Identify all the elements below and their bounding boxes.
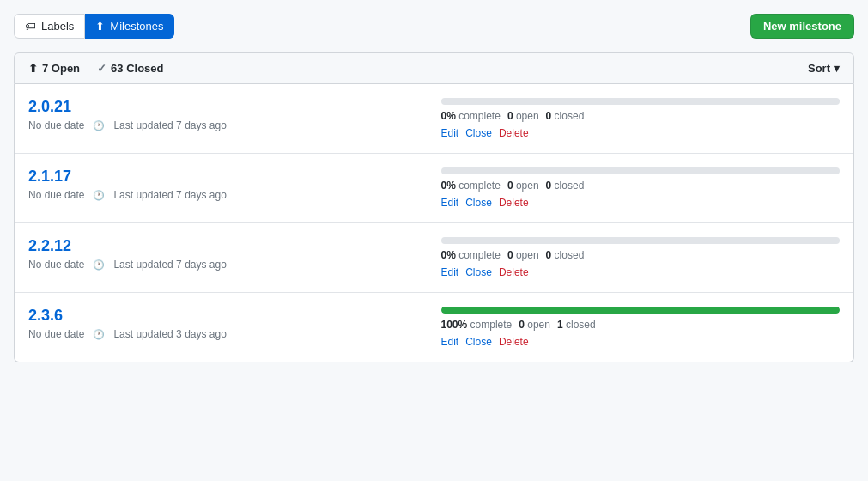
progress-bar-bg-3 (441, 307, 841, 314)
milestone-left-3: 2.3.6 No due date 🕐 Last updated 3 days … (28, 307, 428, 340)
milestone-due-date-3: No due date (28, 328, 84, 340)
top-bar: 🏷 Labels ⬆ Milestones New milestone (14, 14, 854, 39)
sort-button[interactable]: Sort ▾ (808, 62, 840, 75)
edit-link-1[interactable]: Edit (441, 197, 459, 209)
milestone-left-1: 2.1.17 No due date 🕐 Last updated 7 days… (28, 167, 428, 201)
sort-label: Sort (808, 62, 830, 75)
milestone-title-2[interactable]: 2.2.12 (28, 237, 428, 255)
new-milestone-button[interactable]: New milestone (750, 14, 854, 39)
closed-filter-label: 63 Closed (111, 62, 163, 75)
labels-tab[interactable]: 🏷 Labels (14, 14, 85, 39)
milestone-right-0: 0% complete 0 open 0 closed Edit Close D… (441, 98, 841, 139)
delete-link-3[interactable]: Delete (499, 336, 529, 348)
delete-link-0[interactable]: Delete (499, 127, 529, 139)
progress-bar-fill-3 (441, 307, 841, 314)
milestone-actions-3: Edit Close Delete (441, 336, 841, 348)
milestones-list: 2.0.21 No due date 🕐 Last updated 7 days… (14, 84, 854, 362)
milestones-tab-label: Milestones (110, 20, 163, 33)
milestone-left-0: 2.0.21 No due date 🕐 Last updated 7 days… (28, 98, 428, 131)
close-link-2[interactable]: Close (465, 266, 492, 278)
milestone-meta-0: No due date 🕐 Last updated 7 days ago (28, 119, 428, 131)
milestone-actions-1: Edit Close Delete (441, 197, 841, 209)
milestone-title-3[interactable]: 2.3.6 (28, 307, 428, 325)
clock-icon-0: 🕐 (93, 120, 105, 131)
clock-icon-2: 🕐 (93, 259, 105, 271)
milestones-tab[interactable]: ⬆ Milestones (85, 14, 174, 39)
progress-percent-2: 0% complete (441, 249, 501, 261)
progress-closed-2: 0 closed (546, 249, 585, 261)
open-filter[interactable]: ⬆ 7 Open (28, 62, 80, 75)
progress-closed-1: 0 closed (546, 180, 585, 192)
edit-link-3[interactable]: Edit (441, 336, 459, 348)
milestone-updated-3: Last updated 3 days ago (113, 328, 226, 340)
milestone-row: 2.1.17 No due date 🕐 Last updated 7 days… (15, 154, 853, 223)
milestone-updated-2: Last updated 7 days ago (113, 259, 226, 271)
delete-link-1[interactable]: Delete (499, 197, 529, 209)
filter-left: ⬆ 7 Open ✓ 63 Closed (28, 62, 164, 75)
milestone-due-date-0: No due date (28, 119, 84, 131)
label-icon: 🏷 (25, 20, 36, 33)
milestone-row: 2.0.21 No due date 🕐 Last updated 7 days… (15, 84, 853, 154)
progress-closed-3: 1 closed (557, 319, 596, 331)
milestone-right-3: 100% complete 0 open 1 closed Edit Close… (441, 307, 841, 348)
milestone-updated-1: Last updated 7 days ago (113, 189, 226, 201)
progress-stats-1: 0% complete 0 open 0 closed (441, 180, 841, 192)
closed-filter[interactable]: ✓ 63 Closed (97, 62, 163, 75)
milestone-updated-0: Last updated 7 days ago (113, 119, 226, 131)
progress-open-1: 0 open (507, 180, 539, 192)
milestone-right-2: 0% complete 0 open 0 closed Edit Close D… (441, 237, 841, 278)
milestone-icon: ⬆ (95, 20, 105, 33)
close-link-1[interactable]: Close (465, 197, 492, 209)
milestone-left-2: 2.2.12 No due date 🕐 Last updated 7 days… (28, 237, 428, 271)
delete-link-2[interactable]: Delete (499, 266, 529, 278)
edit-link-0[interactable]: Edit (441, 127, 459, 139)
closed-filter-icon: ✓ (97, 62, 106, 75)
progress-percent-3: 100% complete (441, 319, 513, 331)
progress-stats-3: 100% complete 0 open 1 closed (441, 319, 841, 331)
milestone-row: 2.2.12 No due date 🕐 Last updated 7 days… (15, 223, 853, 293)
milestone-right-1: 0% complete 0 open 0 closed Edit Close D… (441, 167, 841, 209)
milestone-actions-0: Edit Close Delete (441, 127, 841, 139)
tab-group: 🏷 Labels ⬆ Milestones (14, 14, 174, 39)
close-link-3[interactable]: Close (465, 336, 492, 348)
progress-bar-bg-1 (441, 167, 841, 174)
progress-stats-2: 0% complete 0 open 0 closed (441, 249, 841, 261)
progress-open-0: 0 open (507, 110, 539, 122)
progress-percent-0: 0% complete (441, 110, 501, 122)
close-link-0[interactable]: Close (465, 127, 492, 139)
progress-open-2: 0 open (507, 249, 539, 261)
milestone-title-1[interactable]: 2.1.17 (28, 167, 428, 186)
clock-icon-1: 🕐 (93, 190, 105, 201)
milestone-title-0[interactable]: 2.0.21 (28, 98, 428, 116)
sort-chevron-icon: ▾ (834, 62, 840, 75)
clock-icon-3: 🕐 (93, 329, 105, 340)
milestone-actions-2: Edit Close Delete (441, 266, 841, 278)
edit-link-2[interactable]: Edit (441, 266, 459, 278)
progress-percent-1: 0% complete (441, 180, 501, 192)
milestone-due-date-1: No due date (28, 189, 84, 201)
progress-stats-0: 0% complete 0 open 0 closed (441, 110, 841, 122)
progress-open-3: 0 open (519, 319, 550, 331)
labels-tab-label: Labels (41, 20, 74, 33)
milestone-row: 2.3.6 No due date 🕐 Last updated 3 days … (15, 293, 853, 362)
progress-closed-0: 0 closed (546, 110, 585, 122)
progress-bar-bg-2 (441, 237, 841, 244)
milestone-meta-1: No due date 🕐 Last updated 7 days ago (28, 189, 428, 201)
filter-bar: ⬆ 7 Open ✓ 63 Closed Sort ▾ (14, 52, 854, 84)
milestone-meta-3: No due date 🕐 Last updated 3 days ago (28, 328, 428, 340)
open-filter-icon: ⬆ (28, 62, 38, 75)
milestone-due-date-2: No due date (28, 259, 84, 271)
milestone-meta-2: No due date 🕐 Last updated 7 days ago (28, 259, 428, 271)
progress-bar-bg-0 (441, 98, 841, 105)
open-filter-label: 7 Open (42, 62, 80, 75)
